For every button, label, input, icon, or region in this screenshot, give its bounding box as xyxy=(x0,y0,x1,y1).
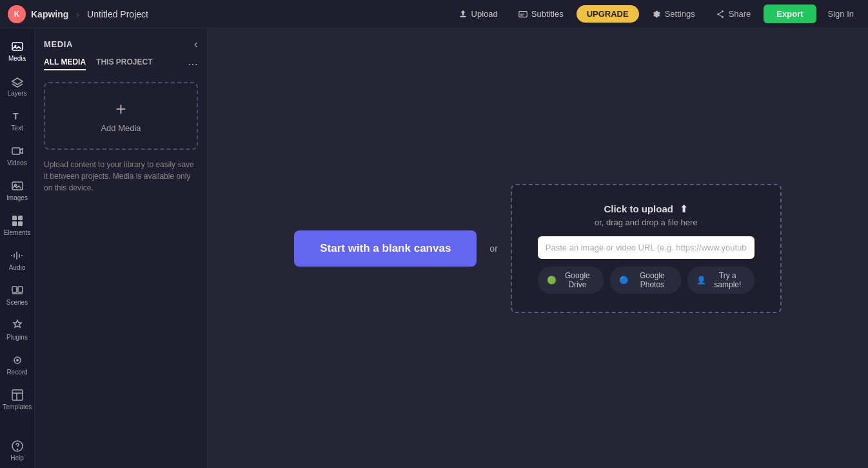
app-brand: Kapwing xyxy=(31,9,68,19)
sidebar-item-layers-label: Layers xyxy=(7,90,26,97)
share-button[interactable]: Share xyxy=(708,5,759,23)
signin-button[interactable]: Sign In xyxy=(822,5,860,23)
sidebar-item-videos-label: Videos xyxy=(7,159,26,167)
sidebar-item-media-label: Media xyxy=(8,55,26,62)
add-media-plus-icon: + xyxy=(115,99,126,119)
upload-drop-sub: or, drag and drop a file here xyxy=(538,218,755,227)
subtitles-button[interactable]: Subtitles xyxy=(511,5,571,23)
svg-point-22 xyxy=(16,359,19,361)
svg-rect-16 xyxy=(12,221,17,226)
project-name[interactable]: Untitled Project xyxy=(87,9,148,19)
sidebar-item-audio[interactable]: Audio xyxy=(1,243,34,278)
panel-title: MEDIA xyxy=(44,39,73,49)
svg-point-27 xyxy=(17,449,17,450)
icon-nav: Media Layers T Text Videos Images Elemen… xyxy=(0,28,35,468)
google-drive-icon: 🟢 xyxy=(547,276,557,285)
upgrade-button[interactable]: UPGRADE xyxy=(577,5,639,23)
url-input[interactable] xyxy=(538,236,755,259)
breadcrumb-sep: › xyxy=(76,9,79,19)
add-media-label: Add Media xyxy=(101,123,141,133)
tab-this-project[interactable]: THIS PROJECT xyxy=(96,57,152,70)
settings-button[interactable]: Settings xyxy=(644,5,703,23)
upload-button[interactable]: Upload xyxy=(451,5,506,23)
canvas-options-row: Start with a blank canvas or Click to up… xyxy=(294,184,782,313)
sidebar-item-images-label: Images xyxy=(6,194,28,201)
panel-header: MEDIA ‹ xyxy=(35,28,207,57)
export-button[interactable]: Export xyxy=(764,5,816,23)
sidebar-item-templates[interactable]: Templates xyxy=(1,382,34,417)
panel-tabs: ALL MEDIA THIS PROJECT ⋯ xyxy=(35,57,207,77)
media-hint-text: Upload content to your library to easily… xyxy=(44,159,198,194)
try-sample-icon: 👤 xyxy=(696,276,706,285)
topbar: K Kapwing › Untitled Project Upload Subt… xyxy=(0,0,868,28)
upload-drop-title: Click to upload ⬆ xyxy=(538,203,755,215)
svg-rect-23 xyxy=(12,390,23,400)
sidebar-item-media[interactable]: Media xyxy=(1,34,34,68)
svg-rect-15 xyxy=(18,216,23,220)
sidebar-item-plugins-label: Plugins xyxy=(6,334,28,341)
upload-icon: ⬆ xyxy=(680,203,688,214)
canvas-center: Start with a blank canvas or Click to up… xyxy=(294,184,782,313)
svg-line-6 xyxy=(718,11,722,14)
google-photos-button[interactable]: 🔵 Google Photos xyxy=(610,267,681,294)
google-photos-icon: 🔵 xyxy=(619,276,629,285)
source-buttons: 🟢 Google Drive 🔵 Google Photos 👤 Try a s… xyxy=(538,267,755,294)
panel-tab-more[interactable]: ⋯ xyxy=(188,58,198,70)
svg-line-7 xyxy=(718,14,722,17)
sidebar-item-templates-label: Templates xyxy=(3,403,32,411)
or-label: or xyxy=(489,243,497,254)
sidebar-item-elements-label: Elements xyxy=(4,229,31,236)
media-panel: MEDIA ‹ ALL MEDIA THIS PROJECT ⋯ + Add M… xyxy=(35,28,208,468)
tab-all-media[interactable]: ALL MEDIA xyxy=(44,57,86,70)
sidebar-item-text[interactable]: T Text xyxy=(1,103,34,138)
add-media-button[interactable]: + Add Media xyxy=(44,82,198,150)
sidebar-item-audio-label: Audio xyxy=(9,264,26,271)
app-logo: K xyxy=(8,5,26,23)
url-input-row xyxy=(538,236,755,259)
canvas-area: Start with a blank canvas or Click to up… xyxy=(208,28,868,468)
svg-rect-14 xyxy=(12,216,17,220)
svg-rect-11 xyxy=(12,148,20,154)
sidebar-item-text-label: Text xyxy=(11,125,23,132)
sidebar-item-images[interactable]: Images xyxy=(1,173,34,208)
sidebar-item-record-label: Record xyxy=(6,369,27,376)
main-layout: Media Layers T Text Videos Images Elemen… xyxy=(0,28,868,468)
panel-collapse-button[interactable]: ‹ xyxy=(194,37,198,51)
sidebar-item-record[interactable]: Record xyxy=(1,347,34,382)
sidebar-item-help-label: Help xyxy=(10,454,24,462)
panel-content: + Add Media Upload content to your libra… xyxy=(35,77,207,468)
svg-text:T: T xyxy=(13,111,19,121)
sidebar-item-elements[interactable]: Elements xyxy=(1,208,34,243)
svg-rect-18 xyxy=(12,287,17,292)
sidebar-item-scenes-label: Scenes xyxy=(6,299,28,306)
google-drive-button[interactable]: 🟢 Google Drive xyxy=(538,267,604,294)
sidebar-item-videos[interactable]: Videos xyxy=(1,138,34,173)
upload-drop-zone[interactable]: Click to upload ⬆ or, drag and drop a fi… xyxy=(511,184,782,313)
sidebar-item-scenes[interactable]: Scenes xyxy=(1,278,34,312)
sidebar-item-layers[interactable]: Layers xyxy=(1,68,34,103)
svg-rect-17 xyxy=(18,221,23,226)
sidebar-item-help[interactable]: Help xyxy=(1,433,34,468)
try-sample-button[interactable]: 👤 Try a sample! xyxy=(687,267,755,294)
sidebar-item-plugins[interactable]: Plugins xyxy=(1,312,34,347)
svg-rect-19 xyxy=(18,287,23,292)
blank-canvas-button[interactable]: Start with a blank canvas xyxy=(294,230,477,267)
